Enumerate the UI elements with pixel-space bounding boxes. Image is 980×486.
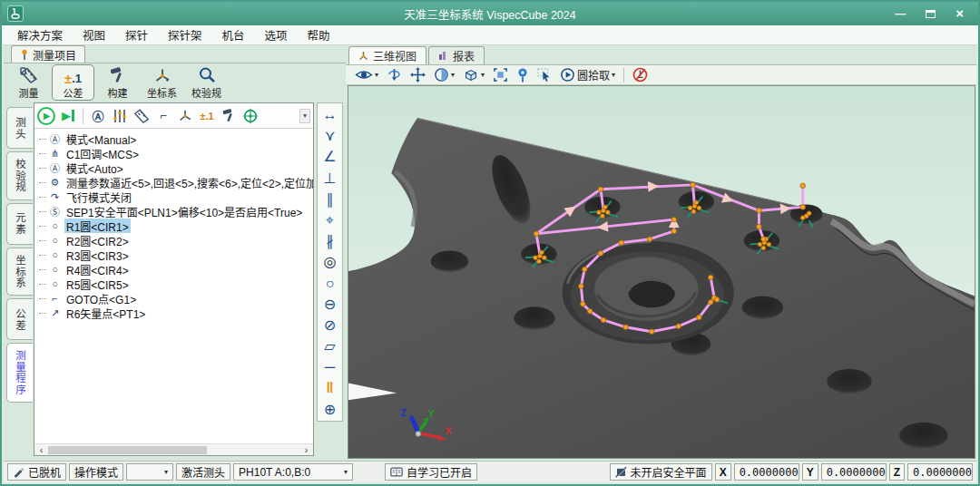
gdt-symbol-button[interactable]: ∠ — [323, 146, 336, 167]
menu-item[interactable]: 解决方案 — [7, 26, 73, 44]
menu-item[interactable]: 探针 — [115, 26, 158, 44]
close-button[interactable]: × — [956, 8, 964, 19]
gdt-symbol-button[interactable]: ⊥ — [324, 168, 337, 189]
cube-view-button[interactable]: ▾ — [463, 67, 485, 83]
coordinate-icon[interactable] — [176, 106, 194, 126]
tolerance-button[interactable]: ±.1 公差 — [52, 64, 94, 101]
goto-icon[interactable]: ⌐ — [154, 106, 172, 126]
tolerance-icon[interactable]: ±.1 — [198, 106, 216, 126]
gauge-button[interactable]: 校验规 — [185, 64, 228, 101]
menu-item[interactable]: 视图 — [73, 26, 115, 44]
construct-icon[interactable] — [220, 106, 238, 126]
toolbar-more-button[interactable]: ▾ — [299, 109, 310, 123]
probe-disabled-button[interactable] — [632, 67, 648, 83]
3d-scene: X Y Z — [348, 86, 975, 458]
tree-horizontal-scrollbar[interactable]: ‹ › — [34, 443, 313, 455]
scroll-left-arrow[interactable]: ‹ — [34, 445, 48, 455]
gdt-symbol-button[interactable]: ∦ — [327, 230, 334, 251]
circle-play-icon — [560, 67, 575, 83]
gdt-symbol-button[interactable]: ─ — [325, 356, 335, 377]
gdt-symbol-button[interactable]: ⊕ — [324, 399, 336, 420]
tree-item[interactable]: ⋔ C1回调<MCS> — [34, 146, 313, 160]
side-tab[interactable]: 校验规 — [6, 151, 33, 200]
side-tab[interactable]: 公差 — [6, 298, 33, 340]
zoom-fit-button[interactable] — [493, 67, 508, 83]
x-coord-label: X — [715, 463, 731, 481]
x-axis-label: X — [445, 425, 452, 436]
target-icon[interactable] — [241, 106, 260, 126]
gdt-symbol-button[interactable]: ∥ — [327, 189, 334, 209]
tree-item[interactable]: ↗ R6矢量点<PT1> — [34, 306, 313, 320]
gdt-symbol-button[interactable]: ▱ — [324, 335, 335, 356]
tree-item-icon: ○ — [48, 235, 62, 246]
toolbar-separator — [623, 68, 624, 83]
z-coord-label: Z — [889, 463, 905, 481]
scrollbar-thumb[interactable] — [48, 446, 207, 454]
probe-icon — [20, 49, 29, 61]
tree-item[interactable]: ↷ 飞行模式关闭 — [34, 190, 313, 204]
scroll-right-arrow[interactable]: › — [299, 445, 313, 455]
side-tab[interactable]: 元素 — [6, 203, 33, 245]
tree-item[interactable]: Ⓐ 模式<Auto> — [34, 160, 313, 175]
tree-item-label: R1圆<CIR1> — [64, 219, 131, 233]
menu-item[interactable]: 选项 — [255, 26, 298, 44]
shading-button[interactable]: ▾ — [434, 67, 455, 83]
tree-item-icon: ⋔ — [48, 148, 62, 160]
tree-item[interactable]: ⌐ GOTO点<G1> — [34, 291, 313, 306]
tab-measurement-project[interactable]: 测量项目 — [11, 45, 85, 63]
menu-item[interactable]: 机台 — [212, 26, 255, 44]
gdt-symbol-button[interactable]: ‖ — [327, 377, 334, 398]
maximize-button[interactable] — [926, 10, 936, 18]
active-probe-select[interactable]: PH10T A:0,B:0 ▾ — [233, 463, 353, 481]
side-tab[interactable]: 坐标系 — [6, 248, 33, 296]
step-run-icon[interactable]: ▶ — [59, 106, 77, 126]
select-arrow-button[interactable] — [537, 68, 552, 83]
menu-item[interactable]: 帮助 — [298, 26, 340, 44]
mode-icon[interactable]: Ⓐ — [89, 106, 107, 126]
tree-item-icon: ○ — [48, 249, 62, 260]
tree-item[interactable]: ○ R3圆<CIR3> — [34, 248, 313, 262]
circle-pick-button[interactable]: 圆拾取 ▾ — [560, 67, 615, 83]
measure-icon[interactable] — [132, 106, 151, 126]
tree-item[interactable]: Ⓢ SEP1安全平面<PLN1>偏移<10>是否启用<True> — [34, 204, 313, 219]
menu-item[interactable]: 探针架 — [158, 26, 212, 44]
self-learning-icon — [390, 467, 403, 478]
gdt-symbol-button[interactable]: ○ — [326, 273, 335, 294]
tree-item[interactable]: Ⓐ 模式<Manual> — [34, 131, 313, 146]
zoom-fit-icon — [493, 67, 508, 83]
gdt-symbol-button[interactable]: ⌖ — [326, 209, 334, 230]
self-learning-status[interactable]: 自学习已开启 — [385, 463, 477, 481]
tree-item[interactable]: ○ R2圆<CIR2> — [34, 233, 313, 248]
y-axis-label: Y — [428, 408, 436, 419]
central-bore — [563, 241, 734, 345]
parameters-icon[interactable] — [111, 106, 129, 126]
tree-item[interactable]: ○ R1圆<CIR1> — [34, 219, 313, 233]
locate-pin-button[interactable] — [516, 67, 529, 83]
gdt-symbol-button[interactable]: ⋎ — [325, 125, 336, 146]
gdt-symbol-button[interactable]: ↔ — [323, 104, 338, 125]
gdt-symbol-button[interactable]: ⊘ — [324, 315, 336, 335]
gdt-symbol-button[interactable]: ⊖ — [324, 294, 336, 315]
eye-icon — [355, 68, 373, 82]
construct-button[interactable]: 构建 — [96, 64, 139, 101]
operation-mode-select[interactable]: ▾ — [126, 463, 173, 481]
tab-report[interactable]: 报表 — [428, 46, 485, 64]
coordinate-system-button[interactable]: 坐标系 — [141, 64, 183, 101]
minimize-button[interactable]: — — [895, 8, 906, 19]
run-program-icon[interactable]: ▶ — [37, 106, 55, 126]
tree-item[interactable]: ○ R5圆<CIR5> — [34, 277, 313, 291]
visibility-button[interactable]: ▾ — [355, 68, 378, 82]
program-tree: Ⓐ 模式<Manual> ⋔ C1回调<MCS> Ⓐ 模式<Auto — [34, 129, 313, 443]
side-tab[interactable]: 测头 — [6, 107, 33, 149]
orbit-button[interactable] — [387, 67, 402, 83]
tab-3d-view[interactable]: 三维视图 — [348, 46, 426, 64]
tree-item[interactable]: ○ R4圆<CIR4> — [34, 262, 313, 277]
tree-item-icon: Ⓐ — [48, 160, 62, 175]
viewport-3d[interactable]: X Y Z — [348, 85, 975, 459]
gdt-symbol-button[interactable]: ◎ — [324, 251, 337, 272]
measure-button[interactable]: 测量 — [7, 64, 50, 101]
pan-button[interactable] — [410, 67, 426, 83]
side-tab[interactable]: 测量程序 — [6, 343, 33, 403]
tree-item[interactable]: ⚙ 测量参数逼近<5>,回退<5>,搜索<6>,定位<2>,定位加<2>,测量 — [34, 175, 313, 190]
no-probe-icon — [632, 67, 648, 83]
